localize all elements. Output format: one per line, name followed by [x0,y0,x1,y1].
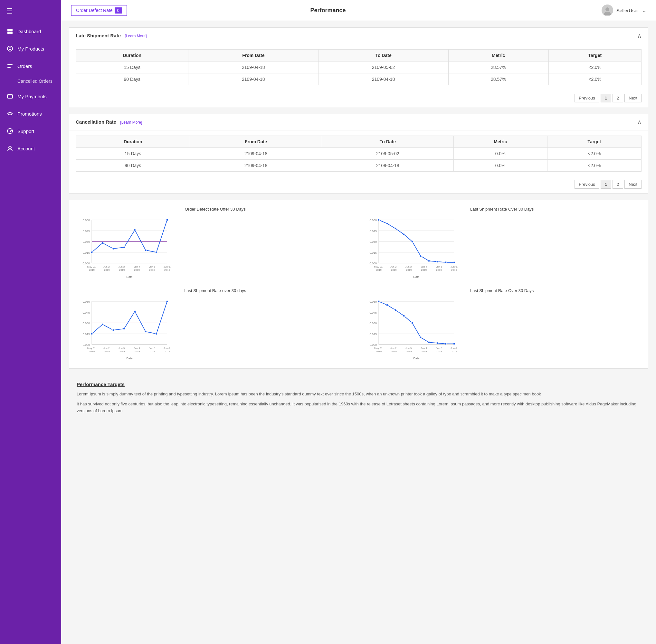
svg-text:0.045: 0.045 [369,311,377,314]
sidebar-item-orders[interactable]: Orders [0,57,61,75]
col-from-date-2: From Date [190,136,322,148]
performance-targets-section: Performance Targets Lorem Ipsum is simpl… [69,375,648,424]
svg-text:2019: 2019 [421,269,427,272]
svg-text:0.015: 0.015 [369,251,377,254]
col-target-2: Target [547,136,641,148]
header-left: Order Defect Rate 0 [71,5,127,16]
svg-text:Jun 3,: Jun 3, [405,347,412,350]
late-shipment-page2-btn[interactable]: 2 [612,94,623,102]
svg-text:Date: Date [413,357,419,360]
svg-text:0.045: 0.045 [369,230,377,233]
cancellation-next-btn[interactable]: Next [625,180,641,189]
sidebar-payments-label: My Payments [17,94,47,99]
late-shipment-pagination: Previous 1 2 Next [69,91,648,107]
cancellation-pagination: Previous 1 2 Next [69,177,648,193]
sidebar-item-promotions[interactable]: Promotions [0,105,61,122]
order-defect-badge: 0 [115,7,122,14]
sidebar-item-cancelled-orders[interactable]: Cancelled Orders [0,75,61,88]
svg-text:0.000: 0.000 [369,262,377,265]
svg-text:2019: 2019 [134,350,140,353]
svg-text:Jun 3,: Jun 3, [118,265,126,268]
svg-text:0.000: 0.000 [83,343,90,346]
svg-text:0.030: 0.030 [369,322,377,325]
chart-svg: 0.0000.0150.0300.0450.060 May 31,2019Jun… [76,296,355,362]
svg-point-77 [436,261,438,263]
svg-point-9 [9,146,11,149]
svg-point-44 [166,219,168,221]
svg-point-37 [91,252,93,253]
svg-point-109 [123,328,125,330]
col-duration-1: Duration [76,50,188,62]
late-shipment-learn-more[interactable]: [Learn More] [125,34,146,38]
svg-text:Jun 2,: Jun 2, [390,347,397,350]
sidebar-item-support[interactable]: Support [0,122,61,140]
order-defect-rate-button[interactable]: Order Defect Rate 0 [71,5,127,16]
late-shipment-next-btn[interactable]: Next [625,94,641,102]
svg-text:2019: 2019 [451,269,457,272]
svg-text:Date: Date [126,275,132,278]
svg-point-113 [166,300,168,302]
svg-text:Jun 5: Jun 5 [436,265,442,268]
late-shipment-collapse-icon[interactable]: ∧ [637,32,641,39]
sidebar-item-my-payments[interactable]: My Payments [0,88,61,105]
chart-container: Order Defect Rate Offer 30 Days 0.0000.0… [76,207,355,280]
cancellation-page2-btn[interactable]: 2 [612,180,623,189]
sidebar-item-account[interactable]: Account [0,140,61,157]
chart-svg: 0.0000.0150.0300.0450.060 May 31,2019Jun… [363,215,642,280]
svg-text:0.015: 0.015 [83,332,90,336]
svg-text:Jun 2,: Jun 2, [104,347,110,350]
support-icon [6,128,14,135]
cancellation-prev-btn[interactable]: Previous [574,180,599,189]
svg-text:0.015: 0.015 [83,251,90,254]
svg-point-75 [420,255,422,257]
cancellation-page1-btn[interactable]: 1 [601,180,611,189]
svg-text:2019: 2019 [406,350,412,353]
svg-text:Jun 4: Jun 4 [134,265,140,268]
svg-point-110 [134,310,136,312]
svg-text:2019: 2019 [451,350,457,353]
svg-rect-6 [7,95,13,98]
late-shipment-prev-btn[interactable]: Previous [574,94,599,102]
sidebar: ☰ Dashboard My Products Orders Cancelled… [0,0,61,644]
page-title: Performance [310,7,345,14]
svg-rect-0 [7,29,10,31]
col-to-date-1: To Date [318,50,449,62]
cancellation-header: Cancellation Rate [Learn More] ∧ [69,114,648,131]
sidebar-support-label: Support [17,129,35,134]
svg-text:2019: 2019 [376,350,382,353]
svg-text:0.060: 0.060 [83,300,90,303]
sidebar-promotions-label: Promotions [17,111,42,117]
late-shipment-page1-btn[interactable]: 1 [601,94,611,102]
late-shipment-title-area: Late Shipment Rate [Learn More] [76,33,147,39]
sidebar-item-my-products[interactable]: My Products [0,40,61,57]
svg-text:2019: 2019 [421,350,427,353]
table-row: 90 Days2109-04-182109-04-1828.57%<2.0% [76,73,641,85]
svg-point-73 [403,233,405,235]
cancellation-learn-more[interactable]: [Learn More] [120,120,142,124]
table-row: 90 Days2109-04-182109-04-180.0%<2.0% [76,160,641,171]
late-shipment-table: Duration From Date To Date Metric Target… [76,49,641,85]
svg-text:0.030: 0.030 [369,240,377,244]
sidebar-account-label: Account [17,146,35,151]
svg-point-142 [403,315,405,317]
chart-title: Order Defect Rate Offer 30 Days [185,207,246,211]
svg-point-78 [445,261,447,263]
svg-text:May 31,: May 31, [374,347,383,350]
performance-target-paragraph: It has survived not only five centuries,… [77,401,640,414]
svg-text:Jun 4: Jun 4 [421,347,427,350]
svg-text:0.030: 0.030 [83,322,90,325]
user-name: SellerUser [616,8,639,13]
chart-container: Last Shipment Rate over 30 days 0.0000.0… [76,288,355,362]
svg-rect-3 [10,31,13,34]
svg-point-70 [378,219,380,221]
chevron-down-icon[interactable]: ⌄ [642,7,646,14]
cancellation-collapse-icon[interactable]: ∧ [637,118,641,125]
svg-text:2019: 2019 [436,350,442,353]
hamburger-menu-icon[interactable]: ☰ [0,0,61,23]
svg-text:Jun 5: Jun 5 [149,347,155,350]
svg-text:2019: 2019 [391,269,397,272]
promotions-icon [6,110,14,117]
svg-point-42 [144,249,146,251]
sidebar-item-dashboard[interactable]: Dashboard [0,23,61,40]
col-metric-2: Metric [454,136,547,148]
